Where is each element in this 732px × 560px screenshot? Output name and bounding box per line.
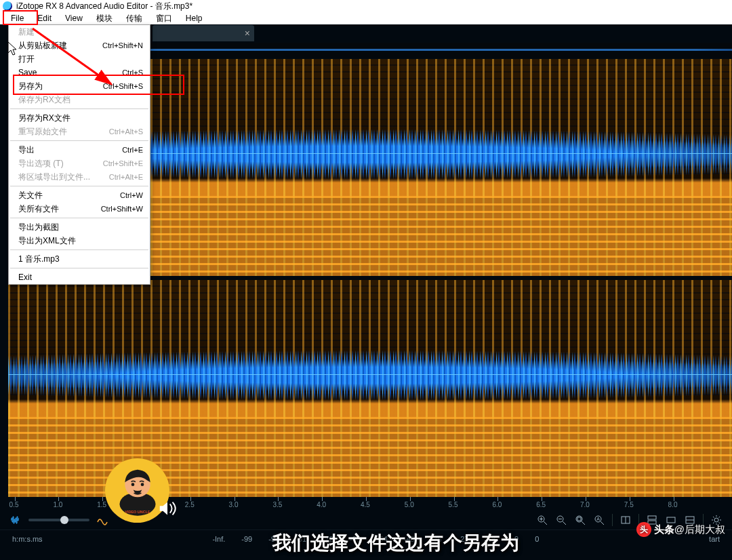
menu-item-label: 导出为截图 xyxy=(18,222,143,233)
svg-text:VIDEO UNCLE: VIDEO UNCLE xyxy=(125,509,150,513)
menu-item-label: 保存为RX文档 xyxy=(18,94,143,106)
menu-item-label: 从剪贴板新建 xyxy=(18,40,102,52)
menu-item--rx-: 保存为RX文档 xyxy=(9,93,150,106)
annotation-highlight-saveas xyxy=(13,75,184,95)
zoom-selection-icon[interactable] xyxy=(574,514,586,526)
menu-item-label: 1 音乐.mp3 xyxy=(18,254,143,265)
menu-window[interactable]: 窗口 xyxy=(149,13,179,24)
menu-item-exit[interactable]: Exit xyxy=(9,271,150,284)
menu-item-label: Exit xyxy=(18,273,143,282)
toolbar-divider xyxy=(612,514,613,526)
menu-view[interactable]: View xyxy=(58,13,89,24)
menu-item-label: 导出选项 (T) xyxy=(18,158,103,169)
menu-bar: File Edit View 模块 传输 窗口 Help xyxy=(0,12,732,24)
menu-separator xyxy=(10,218,148,218)
menu-transport[interactable]: 传输 xyxy=(119,13,149,24)
menu-item--: 将区域导出到文件...Ctrl+Alt+E xyxy=(9,170,150,184)
db-scale-value: -Inf. xyxy=(212,535,225,543)
menu-item-label: 导出 xyxy=(18,144,122,156)
svg-point-24 xyxy=(131,483,134,486)
menu-item-shortcut: Ctrl+Shift+N xyxy=(102,41,143,49)
window-title: iZotope RX 8 Advanced Audio Editor - 音乐.… xyxy=(16,1,192,12)
menu-item--[interactable]: 导出Ctrl+E xyxy=(9,143,150,157)
zoom-fit-icon[interactable]: A xyxy=(593,514,605,526)
svg-point-8 xyxy=(576,516,582,522)
menu-item-label: 关所有文件 xyxy=(18,203,101,215)
menu-separator xyxy=(10,268,148,268)
menu-item-shortcut: Ctrl+W xyxy=(120,191,143,199)
menu-item--rx-[interactable]: 另存为RX文件 xyxy=(9,111,150,125)
speaker-icon xyxy=(157,498,178,519)
waveform-view-icon[interactable] xyxy=(9,514,22,526)
db-scale-value: 0 xyxy=(535,535,539,543)
document-tab[interactable]: × xyxy=(152,25,254,41)
menu-separator xyxy=(10,249,148,250)
annotation-highlight-file xyxy=(3,10,38,25)
title-bar: iZotope RX 8 Advanced Audio Editor - 音乐.… xyxy=(0,0,732,12)
menu-separator xyxy=(10,108,148,109)
zoom-in-icon[interactable] xyxy=(536,514,548,526)
app-icon xyxy=(3,1,12,11)
zoom-out-icon[interactable] xyxy=(555,514,567,526)
menu-item-label: 新建 xyxy=(18,26,143,38)
menu-item--: 新建 xyxy=(9,25,150,39)
menu-help[interactable]: Help xyxy=(179,13,209,24)
menu-item--[interactable]: 从剪贴板新建Ctrl+Shift+N xyxy=(9,39,150,52)
menu-item--[interactable]: 关所有文件Ctrl+Shift+W xyxy=(9,202,150,216)
menu-separator xyxy=(10,140,148,141)
video-caption: 我们选择文件这边有个另存为 xyxy=(272,530,519,556)
menu-item--xml-[interactable]: 导出为XML文件 xyxy=(9,234,150,247)
blend-slider[interactable] xyxy=(28,519,89,521)
menu-item-label: 另存为RX文件 xyxy=(18,113,143,124)
menu-item-label: 关文件 xyxy=(18,190,120,201)
menu-item-label: 打开 xyxy=(18,54,143,65)
time-format-field[interactable]: h:m:s.ms xyxy=(8,534,47,544)
menu-item-shortcut: Ctrl+E xyxy=(122,146,143,154)
menu-item-1-mp3[interactable]: 1 音乐.mp3 xyxy=(9,252,150,266)
svg-line-2 xyxy=(544,521,547,525)
watermark-source: 头 头条@后期大叔 xyxy=(636,522,725,537)
svg-point-25 xyxy=(140,483,144,486)
source-logo-icon: 头 xyxy=(636,522,651,537)
menu-separator xyxy=(10,186,148,186)
svg-line-6 xyxy=(563,521,566,525)
svg-rect-10 xyxy=(577,517,581,521)
svg-line-9 xyxy=(582,521,585,525)
menu-item-label: 将区域导出到文件... xyxy=(18,172,109,183)
svg-text:A: A xyxy=(596,517,600,521)
menu-modules[interactable]: 模块 xyxy=(89,13,119,24)
svg-rect-16 xyxy=(648,516,656,519)
menu-item--[interactable]: 导出为截图 xyxy=(9,220,150,234)
db-scale-value: -99 xyxy=(241,535,252,543)
menu-item--t-: 导出选项 (T)Ctrl+Shift+E xyxy=(9,157,150,170)
menu-item-label: 重写原始文件 xyxy=(18,126,109,138)
waveform-overlay xyxy=(8,349,732,401)
menu-item-shortcut: Ctrl+Shift+W xyxy=(101,205,143,213)
spectrogram-view-icon[interactable] xyxy=(96,514,108,526)
file-dropdown: 新建从剪贴板新建Ctrl+Shift+N打开SaveCtrl+S另存为Ctrl+… xyxy=(8,24,150,285)
menu-item-shortcut: Ctrl+Shift+E xyxy=(103,159,143,167)
menu-item--[interactable]: 打开 xyxy=(9,52,150,66)
menu-item-label: 导出为XML文件 xyxy=(18,235,143,247)
follow-playhead-icon[interactable] xyxy=(619,514,632,526)
menu-item--: 重写原始文件Ctrl+Alt+S xyxy=(9,125,150,138)
menu-item-shortcut: Ctrl+Alt+S xyxy=(109,127,143,136)
slider-thumb[interactable] xyxy=(60,516,68,524)
menu-item-shortcut: Ctrl+Alt+E xyxy=(109,173,143,181)
close-icon[interactable]: × xyxy=(245,28,250,39)
bottom-toolbar: A xyxy=(0,511,732,529)
menu-item--[interactable]: 关文件Ctrl+W xyxy=(9,188,150,202)
svg-line-12 xyxy=(601,521,604,525)
